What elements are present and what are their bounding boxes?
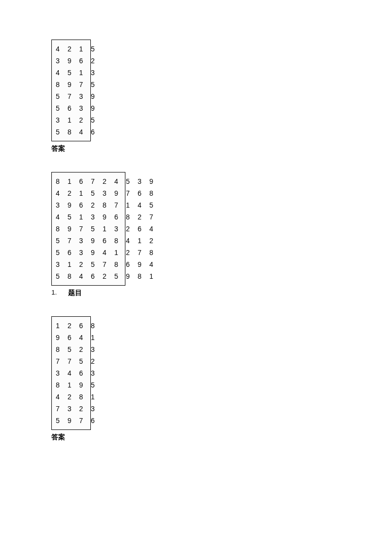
number-grid-2: 8 1 6 7 2 4 5 3 9 4 2 1 5 3 9 7 6 8 3 9 …: [51, 172, 125, 286]
grid-row: 4 2 8 1: [56, 391, 86, 403]
grid-row: 5 8 4 6 2 5 9 8 1: [56, 270, 121, 282]
document-page: 4 2 1 5 3 9 6 2 4 5 1 3 8 9 7 5 5 7 3 9 …: [0, 0, 392, 442]
grid-row: 8 5 2 3: [56, 343, 86, 355]
grid-row: 4 2 1 5: [56, 43, 86, 55]
grid-row: 5 7 3 9: [56, 90, 86, 102]
grid-row: 5 6 3 9 4 1 2 7 8: [56, 247, 121, 258]
grid-row: 9 6 4 1: [56, 332, 86, 343]
answer-label: 答案: [51, 144, 392, 153]
question-text: 题目: [68, 289, 82, 298]
grid-row: 8 9 7 5: [56, 79, 86, 90]
grid-row: 7 3 2 3: [56, 403, 86, 415]
grid-row: 4 5 1 3 9 6 8 2 7: [56, 211, 121, 223]
grid-row: 8 9 7 5 1 3 2 6 4: [56, 223, 121, 235]
grid-row: 3 9 6 2 8 7 1 4 5: [56, 199, 121, 211]
number-grid-1: 4 2 1 5 3 9 6 2 4 5 1 3 8 9 7 5 5 7 3 9 …: [51, 40, 91, 141]
grid-row: 5 8 4 6: [56, 126, 86, 138]
grid-row: 3 1 2 5 7 8 6 9 4: [56, 258, 121, 270]
grid-row: 5 6 3 9: [56, 102, 86, 114]
number-grid-3: 1 2 6 8 9 6 4 1 8 5 2 3 7 7 5 2 3 4 6 3 …: [51, 316, 91, 430]
grid-row: 3 4 6 3: [56, 367, 86, 379]
grid-row: 5 9 7 6: [56, 415, 86, 427]
section-1: 4 2 1 5 3 9 6 2 4 5 1 3 8 9 7 5 5 7 3 9 …: [51, 40, 392, 153]
answer-label: 答案: [51, 433, 392, 442]
section-2: 8 1 6 7 2 4 5 3 9 4 2 1 5 3 9 7 6 8 3 9 …: [51, 172, 392, 298]
grid-row: 5 7 3 9 6 8 4 1 2: [56, 235, 121, 247]
grid-row: 3 1 2 5: [56, 114, 86, 126]
grid-row: 4 5 1 3: [56, 67, 86, 79]
question-number: 1.: [51, 289, 68, 298]
grid-row: 8 1 9 5: [56, 379, 86, 391]
grid-row: 7 7 5 2: [56, 355, 86, 367]
question-label: 1. 题目: [51, 289, 392, 298]
grid-row: 4 2 1 5 3 9 7 6 8: [56, 187, 121, 199]
grid-row: 8 1 6 7 2 4 5 3 9: [56, 175, 121, 187]
grid-row: 3 9 6 2: [56, 55, 86, 67]
section-3: 1 2 6 8 9 6 4 1 8 5 2 3 7 7 5 2 3 4 6 3 …: [51, 316, 392, 442]
grid-row: 1 2 6 8: [56, 320, 86, 332]
